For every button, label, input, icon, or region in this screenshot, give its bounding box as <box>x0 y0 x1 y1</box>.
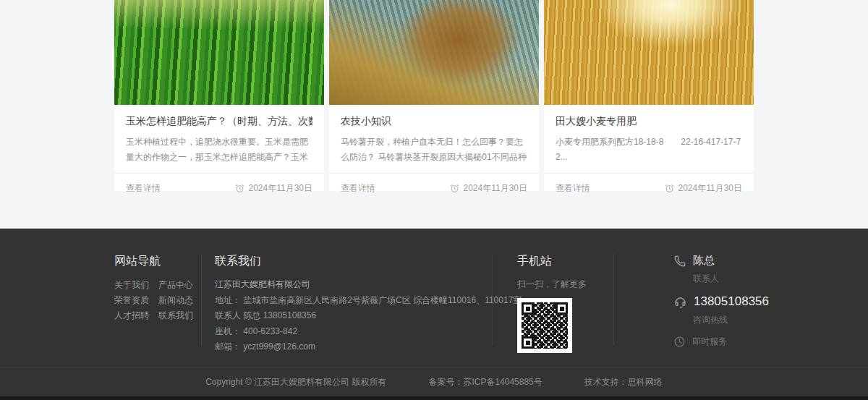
article-date: 2024年11月30日 <box>665 182 743 195</box>
email-line: 邮箱： yczt999@126.com <box>215 342 493 351</box>
copyright-text: Copyright © 江苏田大嫂肥料有限公司 版权所有 <box>205 376 386 388</box>
hotline-block: 13805108356 咨询热线 <box>673 294 769 326</box>
card-body: 农技小知识 马铃薯开裂，种植户血本无归！怎么回事？要怎么防治？ 马铃薯块茎开裂原… <box>329 105 539 165</box>
page: 玉米怎样追肥能高产？（时期、方法、次数、数量... 玉米种植过程中，追肥浇水很重… <box>0 0 868 400</box>
view-details-link[interactable]: 查看详情 <box>341 182 375 195</box>
article-excerpt: 马铃薯开裂，种植户血本无归！怎么回事？要怎么防治？ 马铃薯块茎开裂原因大揭秘01… <box>341 135 527 165</box>
article-date: 2024年11月30日 <box>235 182 313 195</box>
article-excerpt: 玉米种植过程中，追肥浇水很重要。玉米是需肥量大的作物之一，那玉米怎样追肥能高产？… <box>126 135 312 165</box>
footer-contact-column: 联系我们 江苏田大嫂肥料有限公司 地址： 盐城市盐南高新区人民南路2号紫薇广场C… <box>215 254 493 358</box>
page-bottom-edge <box>0 396 868 400</box>
footer-link-about[interactable]: 关于我们 <box>114 281 158 289</box>
site-footer: 网站导航 关于我们 产品中心 荣誉资质 新闻动态 人才招聘 联系我们 联系我们 … <box>0 229 868 367</box>
company-address: 地址： 盐城市盐南高新区人民南路2号紫薇广场C区 综合楼幢110016、1100… <box>215 296 493 305</box>
article-title[interactable]: 农技小知识 <box>341 115 527 128</box>
hotline-number: 13805108356 <box>694 294 769 309</box>
alarm-clock-icon <box>235 184 244 193</box>
article-excerpt: 小麦专用肥系列配方18-18-8 22-16-417-17-7 2... <box>556 135 742 165</box>
footer-link-honors[interactable]: 荣誉资质 <box>114 296 158 305</box>
qr-finder-marker <box>522 302 534 315</box>
qr-finder-marker <box>522 336 534 349</box>
article-date-text: 2024年11月30日 <box>464 182 528 195</box>
footer-divider <box>493 254 493 346</box>
qr-code <box>517 298 572 353</box>
clock-icon <box>673 336 686 348</box>
footer-link-contact[interactable]: 联系我们 <box>158 311 201 320</box>
news-card[interactable]: 玉米怎样追肥能高产？（时期、方法、次数、数量... 玉米种植过程中，追肥浇水很重… <box>114 0 324 191</box>
wheat-field-image[interactable] <box>544 0 754 105</box>
icp-record-text: 备案号：苏ICP备14045885号 <box>428 376 542 388</box>
mobile-site-heading: 手机站 <box>517 254 613 269</box>
footer-contact-heading: 联系我们 <box>215 254 493 269</box>
footer-link-news[interactable]: 新闻动态 <box>158 296 201 305</box>
news-card[interactable]: 田大嫂小麦专用肥 小麦专用肥系列配方18-18-8 22-16-417-17-7… <box>544 0 754 191</box>
headset-icon <box>673 295 687 309</box>
article-title[interactable]: 田大嫂小麦专用肥 <box>556 115 742 128</box>
card-footer: 查看详情 2024年11月30日 <box>329 173 539 203</box>
view-details-link[interactable]: 查看详情 <box>126 182 161 195</box>
tech-support-text: 技术支持：思科网络 <box>584 376 663 388</box>
copyright-bar: Copyright © 江苏田大嫂肥料有限公司 版权所有 备案号：苏ICP备14… <box>0 367 868 396</box>
footer-divider <box>201 254 202 346</box>
article-date-text: 2024年11月30日 <box>249 182 313 195</box>
footer-link-products[interactable]: 产品中心 <box>158 281 201 289</box>
qr-finder-marker <box>556 302 568 315</box>
landline-line: 座机： 400-6233-842 <box>215 327 493 336</box>
footer-divider <box>613 254 614 346</box>
card-body: 田大嫂小麦专用肥 小麦专用肥系列配方18-18-8 22-16-417-17-7… <box>544 105 754 165</box>
company-name: 江苏田大嫂肥料有限公司 <box>215 280 493 289</box>
scan-hint: 扫一扫，了解更多 <box>517 278 613 291</box>
instant-service-block: 即时服务 <box>673 336 769 348</box>
news-cards-section: 玉米怎样追肥能高产？（时期、方法、次数、数量... 玉米种植过程中，追肥浇水很重… <box>114 0 754 191</box>
footer-nav-links: 关于我们 产品中心 荣誉资质 新闻动态 人才招聘 联系我们 <box>114 281 201 320</box>
instant-service-label: 即时服务 <box>692 336 727 348</box>
footer-nav-column: 网站导航 关于我们 产品中心 荣誉资质 新闻动态 人才招聘 联系我们 <box>114 254 201 320</box>
card-footer: 查看详情 2024年11月30日 <box>114 173 324 203</box>
corn-field-image[interactable] <box>114 0 324 105</box>
footer-link-careers[interactable]: 人才招聘 <box>114 311 158 320</box>
footer-nav-heading: 网站导航 <box>114 254 201 269</box>
contact-person-line: 联系人 陈总 13805108356 <box>215 311 493 320</box>
article-title[interactable]: 玉米怎样追肥能高产？（时期、方法、次数、数量... <box>126 115 312 128</box>
article-date: 2024年11月30日 <box>450 182 528 195</box>
hotline-label: 咨询热线 <box>693 314 769 326</box>
footer-mobile-column: 手机站 扫一扫，了解更多 <box>517 254 613 353</box>
view-details-link[interactable]: 查看详情 <box>556 182 590 195</box>
contact-person-block: 陈总 联系人 <box>673 254 769 285</box>
phone-icon <box>673 255 686 268</box>
alarm-clock-icon <box>450 184 459 193</box>
card-footer: 查看详情 2024年11月30日 <box>544 173 754 203</box>
news-card[interactable]: 农技小知识 马铃薯开裂，种植户血本无归！怎么回事？要怎么防治？ 马铃薯块茎开裂原… <box>329 0 539 191</box>
contact-person-label: 联系人 <box>693 273 769 285</box>
contact-person-name: 陈总 <box>693 254 715 268</box>
article-date-text: 2024年11月30日 <box>678 182 743 195</box>
rice-ears-image[interactable] <box>329 0 539 105</box>
alarm-clock-icon <box>665 184 674 193</box>
footer-service-column: 陈总 联系人 13805108356 咨询热线 即时服务 <box>673 254 769 357</box>
card-body: 玉米怎样追肥能高产？（时期、方法、次数、数量... 玉米种植过程中，追肥浇水很重… <box>114 105 324 165</box>
